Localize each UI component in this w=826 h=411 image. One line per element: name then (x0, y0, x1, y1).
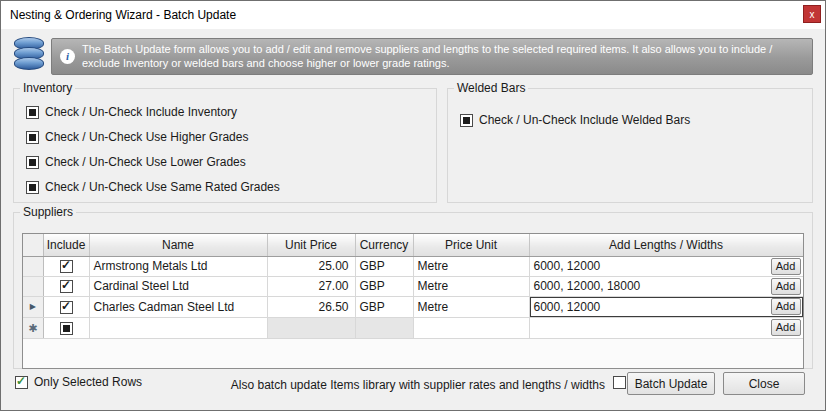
currency-cell[interactable]: GBP (355, 256, 413, 276)
check-icon: ✓ (61, 259, 72, 272)
lengths-value: 6000, 12000 (534, 300, 601, 314)
include-inventory-label: Check / Un-Check Include Inventory (45, 105, 237, 119)
table-row: ▶ ✓ Charles Cadman Steel Ltd 26.50 GBP M… (23, 296, 803, 317)
price-unit-cell[interactable]: Metre (413, 296, 529, 317)
only-selected-rows-checkbox[interactable]: ✓ (15, 376, 28, 389)
use-higher-grades-checkbox[interactable] (26, 131, 39, 144)
new-row: ✱ Add (23, 317, 803, 338)
row-include-checkbox[interactable]: ✓ (60, 301, 73, 314)
table-row: ✓ Cardinal Steel Ltd 27.00 GBP Metre 600… (23, 276, 803, 296)
batch-update-button[interactable]: Batch Update (627, 372, 715, 395)
use-same-rated-grades-row[interactable]: Check / Un-Check Use Same Rated Grades (26, 180, 436, 194)
include-cell[interactable]: ✓ (43, 296, 89, 317)
database-disk (14, 57, 44, 70)
suppliers-grid: Include Name Unit Price Currency Price U… (22, 233, 804, 369)
row-include-checkbox[interactable]: ✓ (60, 260, 73, 273)
only-selected-rows-label: Only Selected Rows (34, 375, 142, 389)
row-include-checkbox[interactable]: ✓ (60, 280, 73, 293)
col-header-include[interactable]: Include (43, 234, 89, 256)
name-cell[interactable]: Charles Cadman Steel Ltd (89, 296, 267, 317)
inventory-group-title: Inventory (20, 81, 75, 95)
row-include-checkbox[interactable] (60, 322, 73, 335)
name-cell[interactable] (89, 317, 267, 338)
use-lower-grades-label: Check / Un-Check Use Lower Grades (45, 155, 246, 169)
welded-bars-group: Welded Bars Check / Un-Check Include Wel… (447, 81, 813, 203)
new-row-marker-icon: ✱ (28, 322, 37, 334)
include-cell[interactable]: ✓ (43, 276, 89, 296)
close-button[interactable]: Close (723, 372, 805, 395)
database-icon (14, 37, 44, 71)
info-banner: i The Batch Update form allows you to ad… (51, 38, 813, 75)
close-window-button[interactable]: x (803, 5, 821, 23)
inventory-checkbox-list: Check / Un-Check Include Inventory Check… (14, 95, 436, 194)
suppliers-group-title: Suppliers (20, 205, 76, 219)
use-same-rated-grades-checkbox[interactable] (26, 181, 39, 194)
col-header-price-unit[interactable]: Price Unit (413, 234, 529, 256)
unit-price-cell[interactable]: 26.50 (267, 296, 355, 317)
row-selector[interactable] (23, 276, 43, 296)
lengths-cell[interactable]: Add (529, 317, 803, 338)
check-icon: ✓ (61, 279, 72, 292)
lengths-cell-current[interactable]: 6000, 12000 Add (529, 296, 803, 317)
info-icon: i (60, 49, 75, 64)
row-selector-header[interactable] (23, 234, 43, 256)
current-row-arrow-icon: ▶ (30, 302, 36, 311)
also-batch-update-label: Also batch update Items library with sup… (231, 378, 605, 392)
check-icon: ✓ (16, 375, 27, 388)
col-header-unit-price[interactable]: Unit Price (267, 234, 355, 256)
use-higher-grades-label: Check / Un-Check Use Higher Grades (45, 130, 248, 144)
currency-cell[interactable]: GBP (355, 276, 413, 296)
name-cell[interactable]: Cardinal Steel Ltd (89, 276, 267, 296)
col-header-name[interactable]: Name (89, 234, 267, 256)
price-unit-cell[interactable]: Metre (413, 276, 529, 296)
name-cell[interactable]: Armstrong Metals Ltd (89, 256, 267, 276)
unit-price-cell[interactable]: 25.00 (267, 256, 355, 276)
close-icon: x (810, 9, 815, 20)
only-selected-rows-row[interactable]: ✓ Only Selected Rows (15, 375, 142, 389)
include-welded-bars-checkbox[interactable] (460, 114, 473, 127)
add-length-button[interactable]: Add (771, 278, 801, 295)
use-higher-grades-row[interactable]: Check / Un-Check Use Higher Grades (26, 130, 436, 144)
use-lower-grades-checkbox[interactable] (26, 156, 39, 169)
add-length-button[interactable]: Add (771, 319, 801, 336)
update-items-library-checkbox[interactable] (613, 376, 626, 389)
unit-price-cell[interactable] (267, 317, 355, 338)
unit-price-cell[interactable]: 27.00 (267, 276, 355, 296)
title-bar[interactable]: Nesting & Ordering Wizard - Batch Update… (1, 1, 825, 29)
include-welded-bars-row[interactable]: Check / Un-Check Include Welded Bars (460, 113, 812, 127)
check-icon: ✓ (61, 300, 72, 313)
suppliers-group: Suppliers Include Name Unit Price Curren… (13, 205, 813, 369)
price-unit-cell[interactable]: Metre (413, 256, 529, 276)
lengths-value: 6000, 12000 (534, 259, 601, 273)
use-lower-grades-row[interactable]: Check / Un-Check Use Lower Grades (26, 155, 436, 169)
suppliers-table: Include Name Unit Price Currency Price U… (23, 234, 804, 339)
inventory-group: Inventory Check / Un-Check Include Inven… (13, 81, 437, 203)
row-selector[interactable] (23, 256, 43, 276)
include-inventory-checkbox[interactable] (26, 106, 39, 119)
col-header-lengths[interactable]: Add Lengths / Widths (529, 234, 803, 256)
lengths-value: 6000, 12000, 18000 (534, 279, 641, 293)
include-inventory-row[interactable]: Check / Un-Check Include Inventory (26, 105, 436, 119)
currency-cell[interactable] (355, 317, 413, 338)
add-length-button[interactable]: Add (771, 258, 801, 275)
grid-header-row: Include Name Unit Price Currency Price U… (23, 234, 803, 256)
window-title: Nesting & Ordering Wizard - Batch Update (10, 8, 236, 22)
include-welded-bars-label: Check / Un-Check Include Welded Bars (479, 113, 690, 127)
welded-checkbox-list: Check / Un-Check Include Welded Bars (448, 95, 812, 127)
row-selector-current[interactable]: ▶ (23, 296, 43, 317)
currency-cell[interactable]: GBP (355, 296, 413, 317)
use-same-rated-grades-label: Check / Un-Check Use Same Rated Grades (45, 180, 280, 194)
table-row: ✓ Armstrong Metals Ltd 25.00 GBP Metre 6… (23, 256, 803, 276)
lengths-cell[interactable]: 6000, 12000 Add (529, 256, 803, 276)
new-row-selector[interactable]: ✱ (23, 317, 43, 338)
include-cell[interactable]: ✓ (43, 256, 89, 276)
info-banner-text: The Batch Update form allows you to add … (82, 42, 806, 70)
lengths-cell[interactable]: 6000, 12000, 18000 Add (529, 276, 803, 296)
include-cell[interactable] (43, 317, 89, 338)
batch-update-dialog: Nesting & Ordering Wizard - Batch Update… (0, 0, 826, 411)
col-header-currency[interactable]: Currency (355, 234, 413, 256)
footer: ✓ Only Selected Rows Also batch update I… (1, 371, 825, 401)
price-unit-cell[interactable] (413, 317, 529, 338)
welded-bars-group-title: Welded Bars (454, 81, 528, 95)
add-length-button[interactable]: Add (771, 298, 801, 315)
